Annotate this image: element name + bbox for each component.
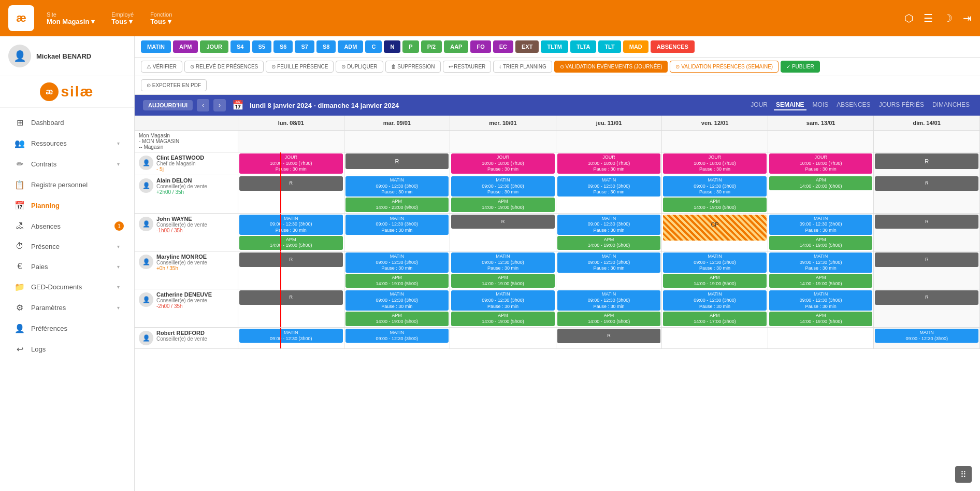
validation-jour-button[interactable]: ⊙ VALIDATION ÉVÉNEMENTS (JOURNÉE): [554, 61, 668, 73]
logout-icon[interactable]: ⇥: [963, 12, 972, 24]
sidebar-item-presence[interactable]: ⏱ Présence ▾: [4, 236, 130, 256]
releve-button[interactable]: ⊙ RELEVÉ DE PRÉSENCES: [184, 61, 264, 73]
day-catherine-lun[interactable]: R: [238, 289, 344, 327]
sidebar-item-contrats[interactable]: ✏ Contrats ▾: [4, 154, 130, 174]
fonction-selector[interactable]: Fonction Tous ▾: [150, 11, 172, 25]
shift-s5[interactable]: S5: [252, 40, 271, 53]
restaurer-button[interactable]: ↩ RESTAURER: [443, 61, 492, 73]
day-maryline-lun[interactable]: R: [238, 251, 344, 289]
tab-semaine[interactable]: SEMAINE: [774, 100, 806, 110]
list-icon[interactable]: ☰: [924, 12, 933, 24]
day-john-mar[interactable]: MATIN09:00 - 12:30 (3h00)Pause : 30 min: [344, 214, 451, 251]
validation-sem-button[interactable]: ⊙ VALIDATION PRÉSENCES (SEMAINE): [670, 61, 779, 73]
app-logo[interactable]: æ: [8, 5, 34, 31]
day-catherine-jeu[interactable]: MATIN09:00 - 12:30 (3h00)Pause : 30 min …: [556, 289, 662, 327]
tab-feries[interactable]: JOURS FÉRIÉS: [877, 100, 926, 110]
employe-selector[interactable]: Employé Tous ▾: [111, 11, 134, 25]
shift-p2[interactable]: P/2: [421, 40, 442, 53]
day-alain-mar[interactable]: MATIN09:00 - 12:30 (3h00)Pause : 30 min …: [344, 175, 451, 213]
day-clint-ven[interactable]: JOUR 10:00 - 18:00 (7h30) Pause : 30 min: [662, 152, 768, 175]
day-robert-ven[interactable]: [662, 328, 768, 348]
shift-tlta[interactable]: TLTA: [570, 40, 596, 53]
day-clint-jeu[interactable]: JOUR 10:00 - 18:00 (7h30) Pause : 30 min: [556, 152, 662, 175]
publier-button[interactable]: ✓ PUBLIER: [781, 61, 820, 73]
day-clint-lun[interactable]: JOUR 10:00 - 18:00 (7h30) Pause : 30 min: [238, 152, 344, 175]
tab-mois[interactable]: MOIS: [811, 100, 831, 110]
day-catherine-dim[interactable]: R: [874, 289, 980, 327]
day-clint-mer[interactable]: JOUR 10:00 - 18:00 (7h30) Pause : 30 min: [450, 152, 556, 175]
day-john-jeu[interactable]: MATIN09:00 - 12:30 (3h00)Pause : 30 min …: [556, 214, 662, 251]
shift-aap[interactable]: AAP: [444, 40, 468, 53]
day-maryline-mar[interactable]: MATIN09:00 - 12:30 (3h00)Pause : 30 min …: [344, 251, 451, 289]
day-clint-dim[interactable]: R: [874, 152, 980, 175]
shift-matin[interactable]: MATIN: [141, 40, 171, 53]
shift-c[interactable]: C: [365, 40, 382, 53]
day-robert-jeu[interactable]: R: [556, 328, 662, 348]
verifier-button[interactable]: ⚠ VÉRIFIER: [141, 61, 182, 73]
exporter-pdf-button[interactable]: ⊙ EXPORTER EN PDF: [141, 79, 207, 91]
shift-s4[interactable]: S4: [230, 40, 250, 53]
shift-mad[interactable]: MAD: [623, 40, 648, 53]
shift-fo[interactable]: FO: [470, 40, 491, 53]
shift-p[interactable]: P: [402, 40, 419, 53]
tab-jour[interactable]: JOUR: [748, 100, 770, 110]
day-maryline-mer[interactable]: MATIN09:00 - 12:30 (3h00)Pause : 30 min …: [450, 251, 556, 289]
shift-s7[interactable]: S7: [295, 40, 314, 53]
shift-ec[interactable]: EC: [493, 40, 513, 53]
day-robert-mar[interactable]: MATIN09:00 - 12:30 (3h00): [344, 328, 451, 348]
day-maryline-dim[interactable]: R: [874, 251, 980, 289]
cube-icon[interactable]: ⬡: [904, 12, 913, 24]
sidebar-item-paies[interactable]: € Paies ▾: [4, 257, 130, 276]
shift-s6[interactable]: S6: [273, 40, 293, 53]
next-button[interactable]: ›: [213, 99, 226, 111]
day-robert-dim[interactable]: MATIN09:00 - 12:30 (3h00): [874, 328, 980, 348]
prev-button[interactable]: ‹: [197, 99, 209, 111]
dupliquer-button[interactable]: ⊙ DUPLIQUER: [336, 61, 383, 73]
day-john-dim[interactable]: R: [874, 214, 980, 251]
tab-absences[interactable]: ABSENCES: [834, 100, 872, 110]
day-alain-ven[interactable]: MATIN09:00 - 12:30 (3h00)Pause : 30 min …: [662, 175, 768, 213]
sidebar-item-ged[interactable]: 📁 GED-Documents ▾: [4, 277, 130, 297]
moon-icon[interactable]: ☽: [943, 12, 953, 24]
day-john-sam[interactable]: MATIN09:00 - 12:30 (3h00)Pause : 30 min …: [768, 214, 874, 251]
today-button[interactable]: AUJOURD'HUI: [143, 100, 193, 110]
shift-tltm[interactable]: TLTM: [541, 40, 568, 53]
shift-apm[interactable]: APM: [173, 40, 198, 53]
day-maryline-jeu[interactable]: MATIN09:00 - 12:30 (3h00)Pause : 30 min: [556, 251, 662, 289]
sidebar-item-absences[interactable]: 🏖 Absences 1: [4, 216, 130, 236]
sidebar-item-planning[interactable]: 📅 Planning: [4, 195, 130, 216]
tab-dimanches[interactable]: DIMANCHES: [930, 100, 972, 110]
sidebar-item-logs[interactable]: ↩ Logs: [4, 339, 130, 359]
shift-ext[interactable]: EXT: [515, 40, 539, 53]
shift-jour[interactable]: JOUR: [200, 40, 228, 53]
day-alain-dim[interactable]: R: [874, 175, 980, 213]
day-catherine-ven[interactable]: MATIN09:00 - 12:30 (3h00)Pause : 30 min …: [662, 289, 768, 327]
day-catherine-mer[interactable]: MATIN09:00 - 12:30 (3h00)Pause : 30 min …: [450, 289, 556, 327]
suppression-button[interactable]: 🗑 SUPPRESSION: [385, 61, 441, 73]
day-catherine-sam[interactable]: MATIN09:00 - 12:30 (3h00)Pause : 30 min …: [768, 289, 874, 327]
sidebar-item-ressources[interactable]: 👥 Ressources ▾: [4, 133, 130, 153]
day-robert-lun[interactable]: MATIN09:00 - 12:30 (3h00): [238, 328, 344, 348]
day-robert-mer[interactable]: [450, 328, 556, 348]
shift-n[interactable]: N: [384, 40, 400, 53]
trier-button[interactable]: ↕ TRIER PLANNING: [493, 61, 552, 73]
day-john-lun[interactable]: MATIN09:00 - 12:30 (3h00)Pause : 30 min …: [238, 214, 344, 251]
day-alain-lun[interactable]: R: [238, 175, 344, 213]
day-john-ven[interactable]: CP: [662, 214, 768, 251]
feuille-button[interactable]: ⊙ FEUILLE PRÉSENCE: [266, 61, 334, 73]
sidebar-item-parametres[interactable]: ⚙ Paramètres ▾: [4, 298, 130, 318]
day-robert-sam[interactable]: [768, 328, 874, 348]
day-clint-sam[interactable]: JOUR 10:00 - 18:00 (7h30) Pause : 30 min: [768, 152, 874, 175]
site-selector[interactable]: Site Mon Magasin ▾: [47, 11, 95, 25]
day-catherine-mar[interactable]: MATIN09:00 - 12:30 (3h00)Pause : 30 min …: [344, 289, 451, 327]
day-alain-sam[interactable]: APM14:00 - 20:00 (6h00): [768, 175, 874, 213]
day-john-mer[interactable]: R: [450, 214, 556, 251]
day-maryline-sam[interactable]: MATIN09:00 - 12:30 (3h00)Pause : 30 min …: [768, 251, 874, 289]
day-alain-jeu[interactable]: MATIN09:00 - 12:30 (3h00)Pause : 30 min: [556, 175, 662, 213]
sidebar-item-registre[interactable]: 📋 Registre personnel: [4, 175, 130, 195]
shift-absences[interactable]: ABSENCES: [651, 40, 695, 53]
day-maryline-ven[interactable]: MATIN09:00 - 12:30 (3h00)Pause : 30 min …: [662, 251, 768, 289]
sidebar-item-preferences[interactable]: 👤 Préférences: [4, 318, 130, 339]
shift-s8[interactable]: S8: [316, 40, 336, 53]
sidebar-item-dashboard[interactable]: ⊞ Dashboard: [4, 113, 130, 133]
